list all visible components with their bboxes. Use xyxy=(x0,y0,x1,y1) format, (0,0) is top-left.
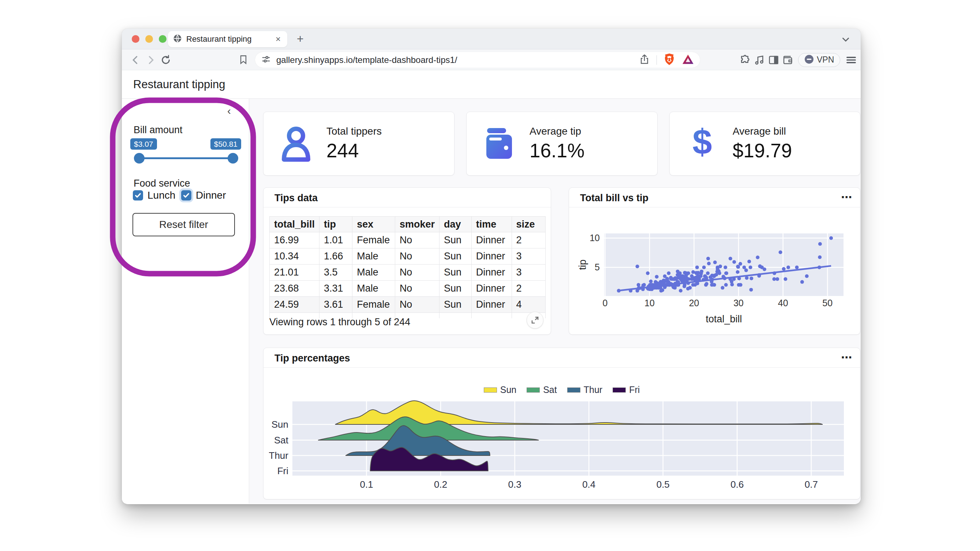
share-icon[interactable] xyxy=(639,54,650,66)
table-cell: Dinner xyxy=(471,248,512,265)
column-header-time[interactable]: time xyxy=(471,217,512,232)
table-row[interactable]: 23.683.31MaleNoSunDinner2 xyxy=(270,281,546,297)
column-header-total_bill[interactable]: total_bill xyxy=(270,217,320,232)
table-status-text: Viewing rows 1 through 5 of 244 xyxy=(269,316,410,328)
column-header-smoker[interactable]: smoker xyxy=(395,217,439,232)
table-cell: Female xyxy=(352,232,395,248)
new-tab-button[interactable]: + xyxy=(297,32,304,46)
table-cell xyxy=(439,313,471,319)
scatter-point xyxy=(738,262,742,266)
minimize-window-button[interactable] xyxy=(145,35,153,43)
scatter-point xyxy=(686,287,690,291)
slider-max-value: $50.81 xyxy=(210,138,241,150)
app-header: Restaurant tipping xyxy=(122,70,861,99)
checkbox-checked-icon[interactable] xyxy=(181,190,191,200)
table-cell: Dinner xyxy=(471,281,512,297)
table-cell: 16.99 xyxy=(270,232,320,248)
person-icon xyxy=(276,126,316,162)
scatter-point xyxy=(721,286,725,290)
bookmark-icon[interactable] xyxy=(238,54,248,66)
vpn-label: VPN xyxy=(817,55,834,65)
scatter-point xyxy=(718,272,721,275)
table-cell: Sun xyxy=(439,281,471,297)
scatter-point xyxy=(702,266,706,269)
column-header-sex[interactable]: sex xyxy=(352,217,395,232)
table-header-row: total_billtipsexsmokerdaytimesize xyxy=(270,217,546,232)
column-header-day[interactable]: day xyxy=(439,217,471,232)
close-window-button[interactable] xyxy=(132,35,139,43)
table-cell: No xyxy=(395,265,439,281)
zoom-window-button[interactable] xyxy=(159,35,167,43)
reload-icon[interactable] xyxy=(160,54,172,67)
checkbox-dinner-label[interactable]: Dinner xyxy=(196,189,226,201)
url-text[interactable]: gallery.shinyapps.io/template-dashboard-… xyxy=(276,55,639,65)
checkbox-lunch-label[interactable]: Lunch xyxy=(148,189,175,201)
table-cell: 4 xyxy=(512,297,545,313)
hamburger-icon[interactable] xyxy=(845,49,858,70)
table-row[interactable]: 16.991.01FemaleNoSunDinner2 xyxy=(270,232,546,248)
column-header-tip[interactable]: tip xyxy=(320,217,352,232)
scatter-point xyxy=(749,288,753,292)
url-bar[interactable]: gallery.shinyapps.io/template-dashboard-… xyxy=(255,52,700,68)
tips-table-container: total_billtipsexsmokerdaytimesize16.991.… xyxy=(269,216,546,318)
slider-handle-max[interactable] xyxy=(228,153,238,164)
scatter-point xyxy=(710,283,714,287)
scatter-card: Total bill vs tip ⋯ 01020304050510total_… xyxy=(569,187,860,335)
dollar-icon: $ xyxy=(682,125,722,162)
row-label-Fri: Fri xyxy=(277,465,288,476)
table-cell: Female xyxy=(352,297,395,313)
table-cell: No xyxy=(395,281,439,297)
scatter-point xyxy=(679,289,682,293)
reset-filter-button[interactable]: Reset filter xyxy=(132,213,235,237)
wallet-toolbar-icon[interactable] xyxy=(782,49,793,70)
scatter-point xyxy=(782,267,786,271)
vpn-button[interactable]: VPN xyxy=(798,49,840,70)
table-row[interactable]: 24.593.61FemaleNoSunDinner4 xyxy=(270,297,546,313)
scatter-point xyxy=(745,276,749,280)
food-service-label: Food service xyxy=(134,178,190,189)
forward-icon[interactable] xyxy=(145,54,156,67)
tips-data-card: Tips data total_billtipsexsmokerdaytimes… xyxy=(263,187,551,335)
close-tab-icon[interactable]: × xyxy=(274,34,282,44)
scatter-point xyxy=(718,265,722,268)
back-icon[interactable] xyxy=(130,54,142,67)
scatter-point xyxy=(763,267,766,271)
x-tick-label: 0.1 xyxy=(360,479,373,490)
table-row[interactable]: 10.341.66MaleNoSunDinner3 xyxy=(270,248,546,265)
side-panel-icon[interactable] xyxy=(768,49,779,70)
table-cell: 1.01 xyxy=(320,232,352,248)
x-tick-label: 0.7 xyxy=(805,479,818,490)
scatter-point xyxy=(713,275,716,278)
checkbox-dinner[interactable]: Dinner xyxy=(181,189,226,201)
value-box-average-bill: $ Average bill $19.79 xyxy=(669,111,860,176)
table-cell: 2 xyxy=(512,281,545,297)
checkbox-checked-icon[interactable] xyxy=(133,190,143,200)
scatter-point xyxy=(749,276,753,280)
table-cell: 24.59 xyxy=(270,297,320,313)
scatter-point xyxy=(672,277,676,281)
brave-shield-icon[interactable] xyxy=(663,53,675,67)
row-label-Sun: Sun xyxy=(272,419,288,430)
page-title: Restaurant tipping xyxy=(133,78,226,91)
checkbox-lunch[interactable]: Lunch xyxy=(133,189,175,201)
filter-sidebar: ‹ Bill amount $3.07 $50.81 Food service … xyxy=(122,99,249,503)
browser-tab[interactable]: Restaurant tipping × xyxy=(168,31,287,47)
slider-handle-min[interactable] xyxy=(134,153,145,164)
scatter-point xyxy=(805,275,809,278)
bill-amount-slider-track[interactable] xyxy=(139,157,233,159)
table-cell: 3 xyxy=(512,265,545,281)
screenshot-stage: Restaurant tipping × + xyxy=(0,0,980,551)
scatter-point xyxy=(694,277,698,281)
music-icon[interactable] xyxy=(754,49,765,70)
extensions-icon[interactable] xyxy=(740,49,751,70)
tune-icon[interactable] xyxy=(261,54,271,66)
table-row[interactable]: 21.013.5MaleNoSunDinner3 xyxy=(270,265,546,281)
bat-triangle-icon[interactable] xyxy=(682,54,694,66)
collapse-sidebar-icon[interactable]: ‹ xyxy=(227,105,231,117)
x-tick-label: 0.2 xyxy=(434,479,447,490)
expand-table-button[interactable] xyxy=(527,312,543,329)
svg-text:$: $ xyxy=(692,125,712,161)
column-header-size[interactable]: size xyxy=(512,217,545,232)
table-cell: Sun xyxy=(439,297,471,313)
chevron-down-icon[interactable] xyxy=(840,34,851,46)
